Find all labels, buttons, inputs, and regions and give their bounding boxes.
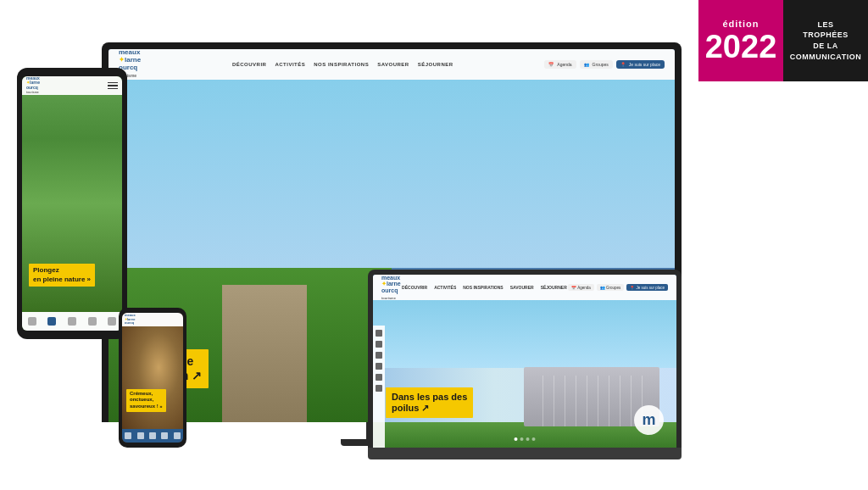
tablet-map-icon[interactable] [88,317,97,326]
phone-home-icon[interactable] [125,432,131,439]
monitor-nav-links: DÉCOUVRIR ACTIVITÉS NOS INSPIRATIONS SAV… [232,62,453,67]
phone-headline: Crémeux,onctueux,savoureux ! » [126,389,166,412]
tablet-screen: meaux✦larneourcqtourisme [22,76,122,331]
tablet-device: meaux✦larneourcqtourisme [17,68,127,339]
laptop-sidebar [373,326,385,448]
tablet-logo: meaux✦larneourcqtourisme [26,76,40,95]
phone-search-icon[interactable] [137,432,144,439]
laptop-base [368,448,682,459]
laptop-nav-links: DÉCOUVRIR ACTIVITÉS NOS INSPIRATIONS SAV… [402,285,567,290]
tablet-menu-icon[interactable] [108,81,118,90]
monitor-nav-btns: 📅Agenda 👥Groupes 📍Je suis sur place [544,60,665,69]
tablet-search-icon[interactable] [47,317,56,326]
laptop-hero: Dans les pas despoilus ↗ m [373,300,676,448]
tablet-frame: meaux✦larneourcqtourisme [17,68,127,339]
laptop-logo: meaux✦larneourcqtourisme [381,275,401,300]
laptop-btn-agenda[interactable]: 📅 Agenda [568,284,594,291]
badge-edition: édition 2022 [698,0,783,81]
laptop-m-logo: m [634,405,664,435]
phone-frame: meaux✦larneourcq Crémeux,onctueux,savour… [119,308,186,448]
laptop-btn-place[interactable]: 📍 Je suis sur place [626,284,668,291]
laptop-device: meaux✦larneourcqtourisme DÉCOUVRIR ACTIV… [368,270,682,473]
tablet-home-icon[interactable] [28,317,36,326]
phone-screen: meaux✦larneourcq Crémeux,onctueux,savour… [122,313,183,443]
monitor-btn-groupes[interactable]: 👥Groupes [580,60,613,69]
main-container: édition 2022 LES TROPHÉES DE LA COMMUNIC… [0,0,868,490]
laptop-btn-groupes[interactable]: 👥 Groupes [597,284,625,291]
sidebar-icon-4[interactable] [376,363,382,370]
dot-1[interactable] [515,437,518,441]
tablet-nav: meaux✦larneourcqtourisme [22,76,122,95]
badge-year: 2022 [705,31,777,63]
monitor-sky [108,80,675,268]
tablet-bottom-nav [22,312,122,331]
phone-more-icon[interactable] [174,432,181,439]
monitor-btn-place[interactable]: 📍Je suis sur place [616,60,665,69]
sidebar-icon-1[interactable] [376,330,382,337]
laptop-screen: meaux✦larneourcqtourisme DÉCOUVRIR ACTIV… [373,275,676,448]
phone-hero: Crémeux,onctueux,savoureux ! » [122,326,183,429]
monitor-nav: meaux✦larneourcqtourisme DÉCOUVRIR ACTIV… [108,49,675,80]
sidebar-icon-3[interactable] [376,352,382,359]
laptop-frame: meaux✦larneourcqtourisme DÉCOUVRIR ACTIV… [368,270,682,448]
badge-trophees-text: LES TROPHÉES DE LA COMMUNICATION [790,19,861,62]
tablet-calendar-icon[interactable] [68,317,76,326]
badge-edition-label: édition [722,19,759,29]
sidebar-icon-6[interactable] [376,385,382,392]
dot-4[interactable] [532,437,536,441]
laptop-carousel-dots [515,437,536,441]
phone-nav: meaux✦larneourcq [122,313,183,326]
tablet-headline: Plongezen pleine nature » [29,264,95,287]
dot-3[interactable] [526,437,530,441]
monitor-btn-agenda[interactable]: 📅Agenda [544,60,576,69]
building-facade [532,376,651,426]
badge-container: édition 2022 LES TROPHÉES DE LA COMMUNIC… [698,0,868,81]
phone-map-icon[interactable] [149,432,156,439]
tablet-hero: Plongezen pleine nature » [22,95,122,312]
phone-logo: meaux✦larneourcq [125,314,136,325]
monitor-path [222,285,307,422]
phone-device: meaux✦larneourcq Crémeux,onctueux,savour… [119,308,186,448]
devices-area: meaux✦larneourcqtourisme DÉCOUVRIR ACTIV… [17,42,682,473]
tablet-user-icon[interactable] [108,317,116,326]
phone-user-icon[interactable] [161,432,168,439]
laptop-nav-btns: 📅 Agenda 👥 Groupes 📍 Je suis sur place [568,284,668,291]
laptop-sky [373,300,676,368]
dot-2[interactable] [520,437,524,441]
laptop-headline: Dans les pas despoilus ↗ [386,387,473,418]
laptop-nav: meaux✦larneourcqtourisme DÉCOUVRIR ACTIV… [373,275,676,300]
sidebar-icon-5[interactable] [376,374,382,381]
badge-trophees: LES TROPHÉES DE LA COMMUNICATION [783,0,868,81]
sidebar-icon-2[interactable] [376,341,382,348]
phone-bottom-nav [122,429,183,443]
